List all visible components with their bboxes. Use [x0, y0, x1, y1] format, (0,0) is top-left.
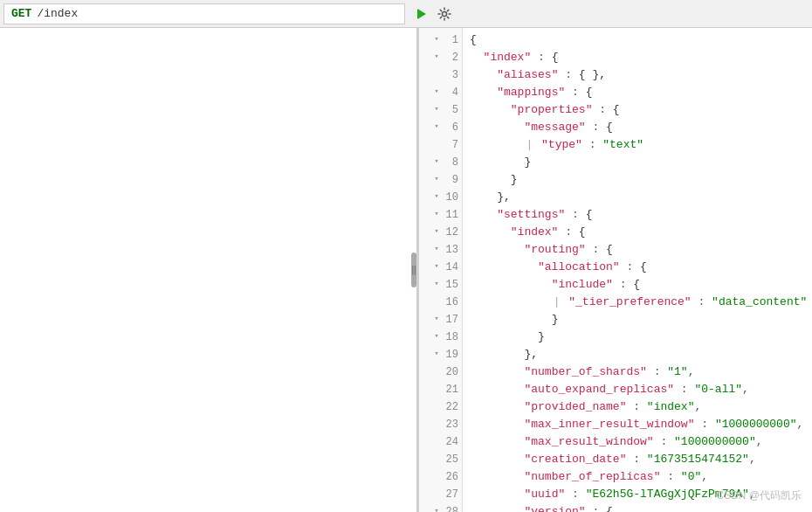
fold-arrow-4[interactable]: ▾ — [432, 86, 441, 99]
main-area: ‖ ▾1▾23▾4▾5▾67▾8▾9▾10▾11▾12▾13▾14▾1516▾1… — [0, 28, 812, 512]
code-line-20: "number_of_shards" : "1", — [470, 363, 807, 381]
json-key: "index" — [511, 224, 559, 241]
json-key: "number_of_replicas" — [524, 468, 660, 486]
json-key: "routing" — [524, 241, 585, 259]
json-key: "number_of_shards" — [524, 363, 646, 381]
line-number-9: ▾9 — [419, 171, 462, 189]
json-key: "message" — [524, 119, 585, 136]
json-key: "settings" — [497, 206, 565, 224]
right-panel[interactable]: ▾1▾23▾4▾5▾67▾8▾9▾10▾11▾12▾13▾14▾1516▾17▾… — [419, 28, 812, 512]
line-number-20: 20 — [419, 363, 462, 381]
line-number-25: 25 — [419, 451, 462, 468]
fold-arrow-13[interactable]: ▾ — [432, 244, 441, 256]
code-line-13: "routing" : { — [470, 241, 807, 259]
line-number-23: 23 — [419, 416, 462, 433]
json-key: "properties" — [511, 101, 593, 119]
line-number-11: ▾11 — [419, 206, 462, 224]
line-number-16: 16 — [419, 294, 462, 311]
code-line-2: "index" : { — [470, 49, 807, 66]
run-button[interactable] — [412, 4, 431, 24]
fold-arrow-28[interactable]: ▾ — [432, 506, 441, 512]
json-key: "aliases" — [497, 66, 558, 84]
left-panel: ‖ — [0, 28, 419, 512]
json-key: "index" — [484, 49, 532, 66]
code-line-14: "allocation" : { — [470, 259, 807, 276]
top-bar: GET /index — [0, 0, 812, 28]
svg-point-1 — [443, 11, 447, 16]
code-line-1: { — [470, 31, 807, 49]
code-line-18: } — [470, 329, 807, 346]
line-number-7: 7 — [419, 136, 462, 154]
line-number-28: ▾28 — [419, 503, 462, 512]
line-number-22: 22 — [419, 398, 462, 416]
json-string: "1" — [667, 363, 687, 381]
code-line-12: "index" : { — [470, 224, 807, 241]
fold-arrow-19[interactable]: ▾ — [432, 349, 441, 361]
json-key: "creation_date" — [524, 451, 626, 468]
code-line-28: "version" : { — [470, 503, 807, 512]
settings-button[interactable] — [435, 4, 454, 24]
svg-marker-0 — [417, 9, 426, 19]
json-string: "data_content" — [712, 294, 807, 311]
json-key: "uuid" — [524, 486, 565, 503]
json-key: "_tier_preference" — [568, 294, 691, 311]
line-number-15: ▾15 — [419, 276, 462, 294]
code-line-23: "max_inner_result_window" : "1000000000"… — [470, 416, 807, 433]
request-url: /index — [37, 7, 78, 20]
code-line-6: "message" : { — [470, 119, 807, 136]
line-number-24: 24 — [419, 433, 462, 451]
json-key: "provided_name" — [524, 398, 626, 416]
line-number-18: ▾18 — [419, 329, 462, 346]
fold-arrow-10[interactable]: ▾ — [432, 191, 441, 204]
fold-arrow-2[interactable]: ▾ — [432, 52, 441, 64]
line-number-5: ▾5 — [419, 101, 462, 119]
fold-arrow-5[interactable]: ▾ — [432, 104, 441, 116]
fold-arrow-12[interactable]: ▾ — [432, 226, 441, 239]
line-numbers: ▾1▾23▾4▾5▾67▾8▾9▾10▾11▾12▾13▾14▾1516▾17▾… — [419, 28, 463, 512]
fold-arrow-6[interactable]: ▾ — [432, 121, 441, 134]
code-line-11: "settings" : { — [470, 206, 807, 224]
json-key: "include" — [552, 276, 613, 294]
json-key: "allocation" — [538, 259, 620, 276]
json-string: "1000000000" — [674, 433, 756, 451]
json-key: "max_result_window" — [524, 433, 653, 451]
http-method: GET — [11, 7, 31, 20]
line-number-13: ▾13 — [419, 241, 462, 259]
line-number-4: ▾4 — [419, 84, 462, 101]
code-line-21: "auto_expand_replicas" : "0-all", — [470, 381, 807, 398]
code-line-10: }, — [470, 189, 807, 206]
json-string: "0" — [681, 468, 701, 486]
code-line-15: "include" : { — [470, 276, 807, 294]
fold-arrow-1[interactable]: ▾ — [432, 34, 441, 46]
fold-arrow-15[interactable]: ▾ — [432, 279, 441, 291]
line-number-3: 3 — [419, 66, 462, 84]
request-bar: GET /index — [3, 3, 405, 24]
line-number-6: ▾6 — [419, 119, 462, 136]
code-container: ▾1▾23▾4▾5▾67▾8▾9▾10▾11▾12▾13▾14▾1516▾17▾… — [419, 28, 812, 512]
json-key: "type" — [541, 136, 582, 154]
code-line-8: } — [470, 154, 807, 171]
fold-arrow-17[interactable]: ▾ — [432, 314, 441, 326]
line-number-27: 27 — [419, 486, 462, 503]
fold-arrow-8[interactable]: ▾ — [432, 156, 441, 169]
fold-arrow-18[interactable]: ▾ — [432, 331, 441, 343]
code-line-19: }, — [470, 346, 807, 363]
line-number-10: ▾10 — [419, 189, 462, 206]
code-lines: { "index" : { "aliases" : { }, "mappings… — [463, 28, 812, 512]
json-string: "index" — [647, 398, 695, 416]
watermark: CSDN @代码凯乐 — [716, 488, 802, 503]
line-number-21: 21 — [419, 381, 462, 398]
fold-arrow-11[interactable]: ▾ — [432, 209, 441, 221]
code-line-7: | "type" : "text" — [470, 136, 807, 154]
resize-handle[interactable]: ‖ — [411, 253, 416, 287]
line-number-19: ▾19 — [419, 346, 462, 363]
code-line-9: } — [470, 171, 807, 189]
code-line-22: "provided_name" : "index", — [470, 398, 807, 416]
code-line-24: "max_result_window" : "1000000000", — [470, 433, 807, 451]
code-line-25: "creation_date" : "1673515474152", — [470, 451, 807, 468]
fold-arrow-9[interactable]: ▾ — [432, 174, 441, 186]
fold-arrow-14[interactable]: ▾ — [432, 261, 441, 273]
line-number-26: 26 — [419, 468, 462, 486]
json-string: "1673515474152" — [647, 451, 749, 468]
line-number-8: ▾8 — [419, 154, 462, 171]
